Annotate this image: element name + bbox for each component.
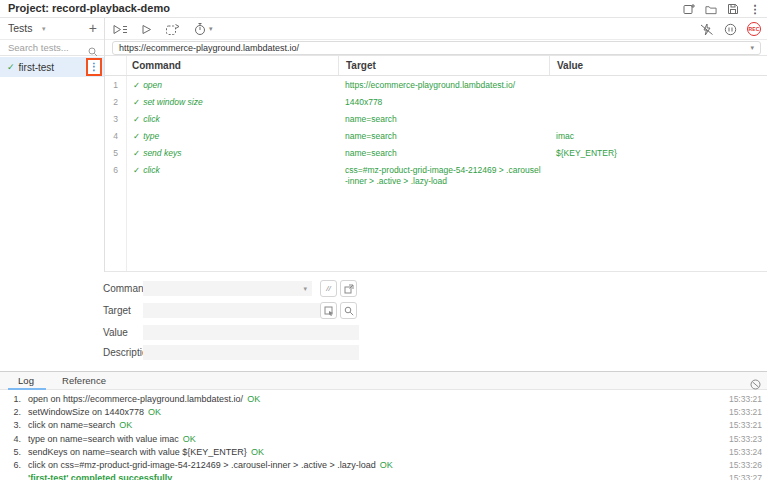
log-timestamp: 15:33:21 — [729, 420, 762, 430]
command-row[interactable]: 1 ✓open https://ecommerce-playground.lam… — [105, 76, 767, 93]
playback-base-url-combobox[interactable]: https://ecommerce-playground.lambdatest.… — [112, 41, 761, 55]
command-cell: ✓click — [126, 110, 338, 127]
log-completion-entry: 'first-test' completed successfully 15:3… — [0, 472, 767, 480]
command-row[interactable]: 6 ✓click css=#mz-product-grid-image-54-2… — [105, 161, 767, 186]
base-url-value: https://ecommerce-playground.lambdatest.… — [119, 42, 299, 54]
project-name: record-playback-demo — [52, 2, 170, 14]
value-cell — [549, 110, 767, 127]
form-row-value: Value — [0, 325, 767, 341]
check-icon: ✓ — [133, 80, 140, 90]
open-project-icon[interactable] — [705, 3, 717, 15]
selenium-ide-window: Project:record-playback-demo ⋮ Tests ▾ + — [0, 0, 767, 480]
check-icon: ✓ — [133, 165, 140, 175]
log-timestamp: 15:33:26 — [729, 460, 762, 470]
check-icon: ✓ — [133, 97, 140, 107]
log-entries: 1. open on https://ecommerce-playground.… — [0, 392, 767, 480]
test-speed-icon[interactable]: ▾ — [193, 22, 213, 36]
value-cell — [549, 76, 767, 93]
form-row-command: Command ▾ // — [0, 281, 767, 297]
row-number: 6 — [105, 161, 126, 186]
project-actions: ⋮ — [683, 0, 761, 18]
value-input[interactable] — [143, 325, 359, 340]
command-cell: ✓open — [126, 76, 338, 93]
step-over-icon[interactable] — [165, 23, 180, 36]
test-item-kebab-icon: ⋮ — [89, 62, 99, 72]
project-label: Project: — [8, 2, 49, 14]
target-cell: name=search — [338, 144, 549, 161]
command-row[interactable]: 4 ✓type name=search imac — [105, 127, 767, 144]
new-project-icon[interactable] — [683, 3, 695, 15]
commands-rows: 1 ✓open https://ecommerce-playground.lam… — [105, 76, 767, 186]
test-item-menu-annotated[interactable]: ⋮ — [86, 58, 102, 76]
command-edit-form: Command ▾ // Target Value — [0, 272, 767, 371]
speed-caret-icon: ▾ — [209, 25, 213, 33]
description-input[interactable] — [143, 345, 359, 360]
pause-on-exceptions-icon[interactable] — [724, 23, 737, 36]
row-number: 5 — [105, 144, 126, 161]
log-timestamp: 15:33:21 — [729, 394, 762, 404]
log-entry: 5. sendKeys on name=search with value ${… — [0, 445, 767, 458]
value-cell: imac — [549, 127, 767, 144]
check-icon: ✓ — [133, 131, 140, 141]
save-project-icon[interactable] — [727, 3, 739, 15]
target-cell: name=search — [338, 127, 549, 144]
playback-controls: ▾ — [112, 18, 213, 40]
target-input[interactable] — [143, 303, 320, 318]
row-number: 3 — [105, 110, 126, 127]
value-cell — [549, 93, 767, 110]
command-cell: ✓send keys — [126, 144, 338, 161]
url-row: https://ecommerce-playground.lambdatest.… — [0, 40, 767, 56]
log-timestamp: 15:33:27 — [729, 473, 762, 480]
search-tests-input[interactable] — [8, 41, 86, 54]
disable-breakpoints-icon[interactable] — [699, 23, 714, 36]
test-passed-check-icon: ✓ — [7, 62, 15, 72]
command-row[interactable]: 5 ✓send keys name=search ${KEY_ENTER} — [105, 144, 767, 161]
add-test-button[interactable]: + — [89, 18, 97, 38]
find-target-button[interactable] — [340, 302, 357, 319]
tab-reference[interactable]: Reference — [52, 372, 116, 390]
log-timestamp: 15:33:23 — [729, 434, 762, 444]
run-all-tests-icon[interactable] — [112, 23, 128, 36]
value-cell — [549, 161, 767, 186]
record-label: REC — [748, 26, 759, 32]
target-cell: https://ecommerce-playground.lambdatest.… — [338, 76, 549, 93]
target-cell: 1440x778 — [338, 93, 549, 110]
command-select[interactable]: ▾ — [143, 281, 312, 296]
tests-dropdown[interactable]: Tests — [8, 18, 33, 39]
command-row[interactable]: 3 ✓click name=search — [105, 110, 767, 127]
column-header-command: Command — [126, 56, 338, 75]
url-caret-icon: ▾ — [750, 42, 754, 54]
value-field-label: Value — [103, 325, 128, 341]
tests-caret-icon: ▾ — [42, 18, 46, 39]
row-number: 4 — [105, 127, 126, 144]
log-entry: 6. click on css=#mz-product-grid-image-5… — [0, 458, 767, 471]
command-row[interactable]: 2 ✓set window size 1440x778 — [105, 93, 767, 110]
tests-panel-header: Tests ▾ + — [0, 18, 105, 40]
status-ok: OK — [247, 394, 260, 404]
test-search-box — [0, 40, 105, 56]
form-row-target: Target — [0, 303, 767, 319]
log-entry: 2. setWindowSize on 1440x778 OK 15:33:21 — [0, 405, 767, 418]
app-header: Project:record-playback-demo ⋮ — [0, 0, 767, 18]
project-title: Project:record-playback-demo — [8, 0, 173, 17]
tab-log[interactable]: Log — [0, 372, 52, 390]
open-new-window-button[interactable] — [340, 280, 357, 297]
row-number: 1 — [105, 76, 126, 93]
run-current-test-icon[interactable] — [141, 23, 152, 36]
log-entry: 1. open on https://ecommerce-playground.… — [0, 392, 767, 405]
test-list-item[interactable]: ✓ first-test ⋮ — [0, 57, 104, 77]
toggle-comment-button[interactable]: // — [320, 280, 337, 297]
column-header-number — [105, 56, 126, 75]
log-entry: 4. type on name=search with value imac O… — [0, 432, 767, 445]
toolbar-row: Tests ▾ + ▾ — [0, 18, 767, 40]
target-field-label: Target — [103, 303, 131, 319]
target-cell: css=#mz-product-grid-image-54-212469 > .… — [338, 161, 549, 186]
check-icon: ✓ — [133, 148, 140, 158]
tests-sidebar: ✓ first-test ⋮ — [0, 56, 105, 272]
log-entry: 3. click on name=search OK 15:33:21 — [0, 419, 767, 432]
record-button[interactable]: REC — [747, 22, 761, 36]
app-menu-icon[interactable]: ⋮ — [749, 3, 761, 15]
log-timestamp: 15:33:21 — [729, 407, 762, 417]
form-row-description: Description — [0, 345, 767, 361]
select-target-button[interactable] — [320, 302, 337, 319]
